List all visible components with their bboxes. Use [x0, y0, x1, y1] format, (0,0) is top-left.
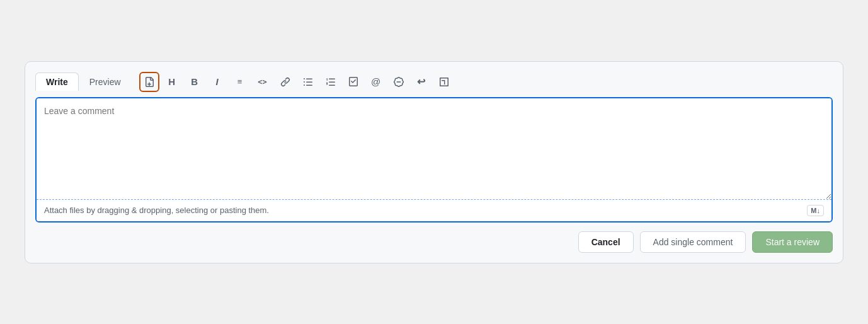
expand-icon[interactable]	[434, 72, 454, 92]
editor-container: Write Preview H B I ≡ <>	[25, 61, 843, 263]
add-single-comment-button[interactable]: Add single comment	[640, 231, 746, 253]
add-file-icon[interactable]	[139, 72, 159, 92]
heading-icon[interactable]: H	[162, 72, 182, 92]
unordered-list-icon[interactable]	[298, 72, 318, 92]
toolbar-icons: H B I ≡ <>	[139, 72, 454, 92]
cancel-button[interactable]: Cancel	[578, 231, 634, 253]
bold-icon[interactable]: B	[185, 72, 205, 92]
quote-icon[interactable]: ≡	[230, 72, 250, 92]
attach-text: Attach files by dragging & dropping, sel…	[44, 205, 269, 215]
attach-bar: Attach files by dragging & dropping, sel…	[37, 199, 831, 221]
tab-preview[interactable]: Preview	[79, 72, 132, 91]
editor-body: Attach files by dragging & dropping, sel…	[35, 97, 833, 223]
comment-textarea[interactable]	[37, 98, 831, 199]
crossref-icon[interactable]	[389, 72, 409, 92]
code-icon[interactable]: <>	[253, 72, 273, 92]
mention-icon[interactable]: @	[366, 72, 386, 92]
start-review-button[interactable]: Start a review	[752, 231, 833, 253]
markdown-badge: M↓	[807, 205, 824, 216]
link-icon[interactable]	[275, 72, 295, 92]
task-list-icon[interactable]	[343, 72, 363, 92]
tab-write[interactable]: Write	[35, 72, 79, 91]
undo-icon[interactable]: ↩	[411, 72, 431, 92]
ordered-list-icon[interactable]	[321, 72, 341, 92]
tabs-toolbar: Write Preview H B I ≡ <>	[35, 72, 833, 92]
actions-row: Cancel Add single comment Start a review	[35, 231, 833, 253]
markdown-label: M↓	[811, 207, 820, 214]
italic-icon[interactable]: I	[207, 72, 227, 92]
